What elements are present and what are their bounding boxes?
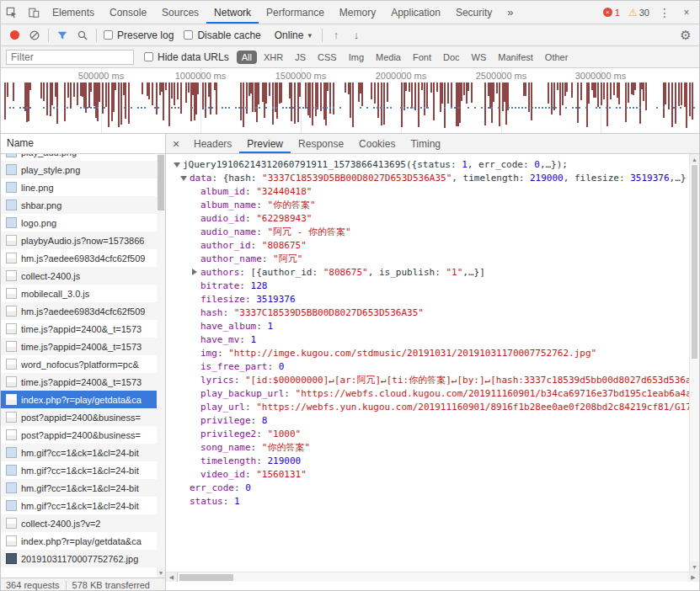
- request-row[interactable]: index.php?r=play/getdata&ca: [1, 532, 165, 550]
- device-toolbar-icon[interactable]: [23, 1, 45, 24]
- disable-cache-checkbox[interactable]: Disable cache: [184, 29, 260, 41]
- timeline-dot: [19, 107, 21, 109]
- filter-pill-manifest[interactable]: Manifest: [493, 51, 538, 64]
- request-list-scrollbar[interactable]: ▼: [157, 154, 165, 578]
- tab-elements[interactable]: Elements: [45, 1, 102, 24]
- disclosure-expanded-icon[interactable]: [173, 160, 183, 168]
- detail-tab-cookies[interactable]: Cookies: [351, 134, 403, 153]
- filter-pill-media[interactable]: Media: [371, 51, 406, 64]
- scrollbar-thumb[interactable]: [179, 574, 233, 581]
- request-row[interactable]: hm.gif?cc=1&ck=1&cl=24-bit: [1, 461, 165, 479]
- timeline-bar: [668, 83, 670, 109]
- tab-application[interactable]: Application: [383, 1, 448, 24]
- filter-pill-img[interactable]: Img: [344, 51, 369, 64]
- request-row[interactable]: hm.js?aedee6983d4cfc62f509: [1, 249, 165, 267]
- filter-pill-font[interactable]: Font: [408, 51, 436, 64]
- request-row[interactable]: time.js?appid=2400&_t=1573: [1, 373, 165, 391]
- request-name: line.png: [21, 183, 54, 193]
- tab-security[interactable]: Security: [448, 1, 500, 24]
- request-row[interactable]: time.js?appid=2400&_t=1573: [1, 338, 165, 355]
- request-row[interactable]: post?appid=2400&business=: [1, 408, 165, 426]
- request-row[interactable]: play_add.png: [1, 154, 165, 161]
- disclosure-collapsed-icon[interactable]: [190, 268, 200, 276]
- request-row[interactable]: playbyAudio.js?now=1573866: [1, 232, 165, 249]
- error-badge[interactable]: × 1: [603, 8, 620, 18]
- indent-spacer: [190, 200, 200, 209]
- tab-console[interactable]: Console: [102, 1, 154, 24]
- request-row[interactable]: shbar.png: [1, 196, 165, 214]
- request-row[interactable]: index.php?r=play/getdata&ca: [1, 391, 165, 408]
- import-har-button[interactable]: ↑: [326, 26, 346, 45]
- timeline-bar: [115, 83, 116, 90]
- hide-data-urls-checkbox[interactable]: Hide data URLs: [144, 51, 229, 63]
- request-row[interactable]: time.js?appid=2400&_t=1573: [1, 320, 165, 338]
- detail-tab-timing[interactable]: Timing: [403, 134, 448, 153]
- request-row[interactable]: line.png: [1, 178, 165, 196]
- detail-tab-headers[interactable]: Headers: [186, 134, 239, 153]
- preview-vscrollbar[interactable]: ▲ ▼: [689, 154, 699, 572]
- search-button[interactable]: [72, 26, 93, 45]
- request-row[interactable]: collect-2400.js: [1, 267, 165, 285]
- filter-input[interactable]: [6, 50, 134, 65]
- throttling-select[interactable]: Online ▾: [271, 28, 315, 43]
- tab-network[interactable]: Network: [206, 1, 259, 24]
- kebab-menu-icon[interactable]: ⋮: [654, 6, 676, 19]
- scrollbar-thumb[interactable]: [158, 155, 164, 210]
- disclosure-expanded-icon[interactable]: [179, 173, 190, 182]
- export-har-button[interactable]: ↓: [346, 26, 366, 45]
- timeline-dot: [339, 107, 341, 109]
- timeline-dot: [90, 107, 92, 109]
- clear-button[interactable]: [24, 26, 45, 45]
- close-devtools-icon[interactable]: ×: [676, 7, 697, 19]
- detail-tab-preview[interactable]: Preview: [239, 134, 291, 153]
- timeline-bar: [559, 83, 561, 115]
- timeline-overview[interactable]: 500000 ms1000000 ms1500000 ms2000000 ms2…: [1, 68, 699, 134]
- warning-badge[interactable]: ⚠ 30: [628, 7, 649, 19]
- json-string: "https://webfs.yun.kugou.com/20191116090…: [256, 402, 689, 413]
- timeline-bar: [210, 83, 211, 114]
- close-detail-icon[interactable]: ×: [166, 134, 186, 153]
- scroll-down-icon[interactable]: ▼: [157, 567, 165, 578]
- request-row[interactable]: 20191031170007752762.jpg: [1, 550, 165, 567]
- scroll-right-icon[interactable]: ▶: [687, 572, 699, 582]
- timeline-bar: [165, 83, 167, 90]
- indent-spacer: [190, 456, 200, 465]
- scroll-up-icon[interactable]: ▲: [690, 154, 699, 164]
- settings-gear-icon[interactable]: ⚙: [676, 26, 696, 45]
- filter-pill-js[interactable]: JS: [290, 51, 311, 64]
- request-row[interactable]: hm.gif?cc=1&ck=1&cl=24-bit: [1, 479, 165, 497]
- timeline-bar: [383, 83, 385, 125]
- tab-sources[interactable]: Sources: [154, 1, 206, 24]
- record-button[interactable]: [4, 26, 24, 45]
- filter-pill-other[interactable]: Other: [540, 51, 574, 64]
- request-row[interactable]: mobilecall_3.0.js: [1, 285, 165, 302]
- timeline-bar: [125, 83, 126, 119]
- request-row[interactable]: word_nofocus?platform=pc&: [1, 355, 165, 373]
- tab-performance[interactable]: Performance: [259, 1, 332, 24]
- request-row[interactable]: play_style.png: [1, 161, 165, 178]
- preserve-log-checkbox[interactable]: Preserve log: [104, 29, 174, 41]
- scrollbar-thumb[interactable]: [692, 165, 697, 359]
- request-row[interactable]: hm.gif?cc=1&ck=1&cl=24-bit: [1, 497, 165, 514]
- request-row[interactable]: hm.js?aedee6983d4cfc62f509: [1, 302, 165, 320]
- json-text: :: [251, 240, 262, 251]
- filter-pill-all[interactable]: All: [237, 51, 257, 64]
- more-tabs-button[interactable]: »: [500, 1, 521, 24]
- name-column-header[interactable]: Name: [1, 134, 165, 154]
- scroll-down-icon[interactable]: ▼: [690, 562, 699, 572]
- filter-toggle-button[interactable]: [52, 26, 72, 45]
- tab-memory[interactable]: Memory: [332, 1, 383, 24]
- request-row[interactable]: collect-2400.js?v=2: [1, 514, 165, 532]
- preview-line: privilege: 8: [166, 414, 689, 428]
- filter-pill-xhr[interactable]: XHR: [259, 51, 288, 64]
- filter-pill-css[interactable]: CSS: [313, 51, 342, 64]
- request-row[interactable]: logo.png: [1, 214, 165, 232]
- inspect-element-icon[interactable]: [1, 1, 23, 24]
- request-row[interactable]: hm.gif?cc=1&ck=1&cl=24-bit: [1, 444, 165, 461]
- detail-tab-response[interactable]: Response: [291, 134, 351, 153]
- scroll-left-icon[interactable]: ◀: [166, 572, 178, 582]
- preview-hscrollbar[interactable]: ◀ ▶: [166, 572, 699, 582]
- filter-pill-ws[interactable]: WS: [467, 51, 492, 64]
- filter-pill-doc[interactable]: Doc: [438, 51, 465, 64]
- request-row[interactable]: post?appid=2400&business=: [1, 426, 165, 444]
